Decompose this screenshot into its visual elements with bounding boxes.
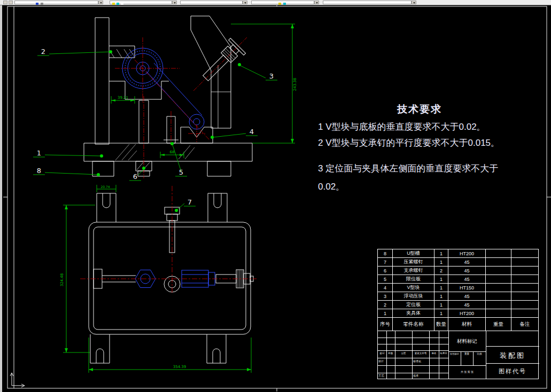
lineweight-dropdown-arrow-icon[interactable] xyxy=(314,1,319,4)
weight-label: 重量 xyxy=(461,352,473,355)
bom-cell: 1 xyxy=(434,292,448,301)
bom-header-note: 备注 xyxy=(511,318,538,331)
balloon-8[interactable]: 8 xyxy=(37,167,41,175)
bom-cell xyxy=(486,266,511,275)
balloon-4[interactable]: 4 xyxy=(250,128,254,136)
layer-color-swatch xyxy=(36,3,38,5)
color-dropdown[interactable] xyxy=(110,1,172,4)
balloon-7[interactable]: 7 xyxy=(188,198,192,206)
dim-top-tab: 20.74 xyxy=(100,185,110,189)
bom-cell: 8 xyxy=(378,249,393,258)
linetype-dropdown-arrow-icon[interactable] xyxy=(243,1,247,4)
role-label-process: 工艺 xyxy=(378,374,394,378)
bom-cell xyxy=(486,292,511,301)
balloon-1[interactable]: 1 xyxy=(37,149,41,157)
bom-cell xyxy=(486,258,511,266)
bom-cell: 1 xyxy=(378,309,393,318)
role-label-design: 设计 xyxy=(378,359,394,363)
revision-label-mark: 标记 xyxy=(378,352,386,355)
layer-properties-icon[interactable] xyxy=(9,1,13,4)
layer-toggle-icon[interactable] xyxy=(3,1,7,4)
bom-cell: 1 xyxy=(434,275,448,284)
bom-cell: 45 xyxy=(448,275,486,284)
bom-cell xyxy=(511,292,538,301)
bom-cell: 支承螺钉 xyxy=(393,266,434,275)
linetype-dropdown[interactable] xyxy=(180,1,243,4)
bom-cell: 4 xyxy=(378,284,393,292)
bom-cell: 45 xyxy=(448,292,486,301)
dim-top-width: 354.39 xyxy=(173,365,187,369)
bom-header-qty: 数量 xyxy=(434,318,448,331)
bom-cell xyxy=(486,275,511,284)
top-toolbar xyxy=(0,0,551,5)
revision-label-sign: 签名 xyxy=(429,352,439,355)
bom-cell: 1 xyxy=(434,301,448,309)
dim-front-span: 68 xyxy=(170,150,175,154)
role-label-standard: 标准化 xyxy=(413,359,429,363)
layer-dropdown[interactable] xyxy=(14,1,98,4)
top-balloon-dot xyxy=(175,209,178,212)
balloon-5[interactable]: 5 xyxy=(179,168,183,176)
bom-cell xyxy=(511,284,538,292)
bom-cell xyxy=(486,309,511,318)
bom-cell: 3 xyxy=(378,292,393,301)
top-view-centerlines xyxy=(80,186,257,293)
bom-cell: 45 xyxy=(448,258,486,266)
bom-cell: 限位板 xyxy=(393,275,434,284)
plotstyle-dropdown-arrow-icon[interactable] xyxy=(412,1,416,4)
front-view[interactable] xyxy=(84,16,252,176)
balloon-3[interactable]: 3 xyxy=(269,72,274,80)
bom-cell: HT200 xyxy=(448,309,486,318)
bom-cell xyxy=(511,258,538,266)
bom-cell: 6 xyxy=(378,266,393,275)
bom-cell: 5 xyxy=(378,275,393,284)
bom-cell: HT200 xyxy=(448,249,486,258)
bom-cell: 45 xyxy=(448,301,486,309)
lineweight-swatch-2 xyxy=(283,3,286,5)
top-dimension-arrows xyxy=(65,205,251,371)
cad-app-window: 39.21 68 243.38 2 1 8 6 5 4 3 xyxy=(0,0,551,392)
dim-top-height: 324.48 xyxy=(60,273,64,287)
bom-cell xyxy=(511,266,538,275)
bom-cell: U型槽 xyxy=(393,249,434,258)
drawing-code: 图样代号 xyxy=(486,367,539,375)
layer-dropdown-arrow-icon[interactable] xyxy=(98,1,103,4)
bom-header-mat: 材料 xyxy=(448,318,486,331)
drawing-title: 装配图 xyxy=(486,351,539,360)
balloon-2[interactable]: 2 xyxy=(41,48,45,56)
color-swatch-yellow xyxy=(112,3,115,5)
sheet-count-label: 共 张 第 张 xyxy=(448,370,486,373)
bom-cell: 45 xyxy=(448,266,486,275)
balloon-6[interactable]: 6 xyxy=(133,173,137,181)
bom-cell: V型块 xyxy=(393,284,434,292)
bom-cell xyxy=(486,301,511,309)
front-dimension-arrows xyxy=(111,24,294,156)
bom-header-wt: 重量 xyxy=(486,318,511,331)
bom-cell xyxy=(511,309,538,318)
bom-header-name: 零件名称 xyxy=(393,318,434,331)
plotstyle-dropdown[interactable] xyxy=(323,1,412,4)
front-view-centerlines xyxy=(115,37,247,178)
top-view[interactable] xyxy=(89,193,253,363)
front-view-blue-detail xyxy=(122,48,204,129)
bom-cell xyxy=(486,284,511,292)
layer-state-icon xyxy=(41,3,43,5)
tech-req-line-3: 3 定位面与夹具体左侧面的垂直度要求不大于 xyxy=(318,162,498,175)
bom-cell xyxy=(486,249,511,258)
bom-cell: 1 xyxy=(434,309,448,318)
bom-header-no: 序号 xyxy=(378,318,393,331)
bom-cell: 2 xyxy=(434,266,448,275)
revision-label-zone: 分区 xyxy=(395,352,412,355)
lineweight-dropdown[interactable] xyxy=(251,1,314,4)
tech-req-line-4: 0.02。 xyxy=(318,181,345,193)
technical-requirements: 技术要求 1 V型块与底板的垂直度要求不大于0.02。 2 V型块与支承钉的平行… xyxy=(318,103,548,199)
title-block: 标记 处数 分区 更改文件号 签名 年月日 设计 标准化 工艺 批准 材料标记 … xyxy=(377,331,539,379)
color-swatch-white xyxy=(121,3,123,5)
dim-front-offset: 39.21 xyxy=(118,96,128,100)
revision-label-count: 处数 xyxy=(386,352,395,355)
color-dropdown-arrow-icon[interactable] xyxy=(172,1,177,4)
tech-req-title: 技术要求 xyxy=(397,103,442,116)
bom-cell xyxy=(511,249,538,258)
bom-cell: 7 xyxy=(378,258,393,266)
bom-cell: 压紧螺钉 xyxy=(393,258,434,266)
